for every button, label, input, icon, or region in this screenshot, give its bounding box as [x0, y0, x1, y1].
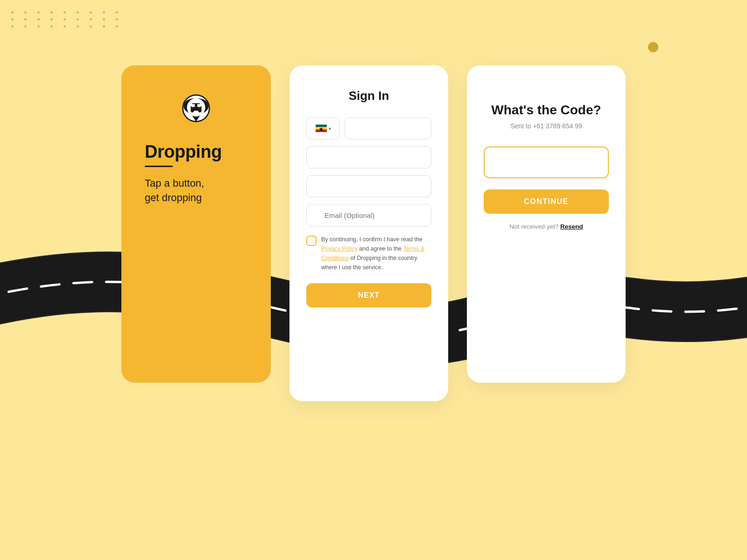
terms-text: By continuing, I confirm I have read the… — [321, 235, 431, 272]
phone-input[interactable] — [345, 117, 431, 140]
code-subtitle: Sent to +61 3789 654 99 — [510, 122, 582, 130]
code-input[interactable] — [484, 147, 609, 178]
dot-grid-decoration: const grid = document.querySelector('.do… — [11, 11, 124, 28]
continue-button[interactable]: CONTINUE — [484, 189, 609, 214]
terms-row: By continuing, I confirm I have read the… — [306, 235, 431, 272]
resend-row: Not received yet? Resend — [509, 223, 583, 230]
code-card: What's the Code? Sent to +61 3789 654 99… — [467, 65, 626, 383]
svg-rect-8 — [316, 125, 327, 127]
chevron-down-icon: ▾ — [329, 126, 331, 131]
intro-card: Dropping Tap a button,get dropping — [121, 65, 271, 383]
logo-pin-icon — [177, 93, 215, 131]
svg-rect-7 — [197, 104, 201, 107]
tagline: Tap a button,get dropping — [145, 176, 204, 205]
email-wrapper: ✉️ — [306, 204, 431, 226]
terms-middle: and agree to the — [358, 245, 403, 252]
cards-container: Dropping Tap a button,get dropping Sign … — [0, 65, 747, 401]
firstname-input[interactable] — [306, 146, 431, 168]
code-title: What's the Code? — [491, 103, 601, 118]
deco-circle-top-right — [648, 42, 658, 52]
lastname-input[interactable] — [306, 175, 431, 197]
resend-link[interactable]: Resend — [560, 223, 583, 230]
app-title: Dropping — [145, 142, 222, 162]
phone-row: ▾ 📱 — [306, 117, 431, 140]
terms-checkbox[interactable] — [306, 236, 317, 246]
svg-point-5 — [198, 109, 201, 112]
email-input[interactable] — [306, 204, 431, 226]
country-flag-selector[interactable]: ▾ — [306, 117, 340, 140]
svg-point-4 — [190, 109, 194, 112]
signin-title: Sign In — [349, 89, 389, 103]
privacy-policy-link[interactable]: Privacy Policy — [321, 245, 358, 252]
title-underline — [145, 166, 173, 167]
ghana-flag-icon — [316, 125, 327, 132]
terms-prefix: By continuing, I confirm I have read the — [321, 236, 423, 243]
lastname-wrapper: 👤 — [306, 175, 431, 197]
signin-card: Sign In ▾ 📱 👤 — [289, 65, 448, 401]
svg-rect-6 — [191, 104, 195, 107]
firstname-wrapper: 👤 — [306, 146, 431, 168]
phone-input-wrapper: 📱 — [345, 117, 431, 140]
resend-prefix: Not received yet? — [509, 223, 558, 230]
next-button[interactable]: NEXT — [306, 283, 431, 308]
